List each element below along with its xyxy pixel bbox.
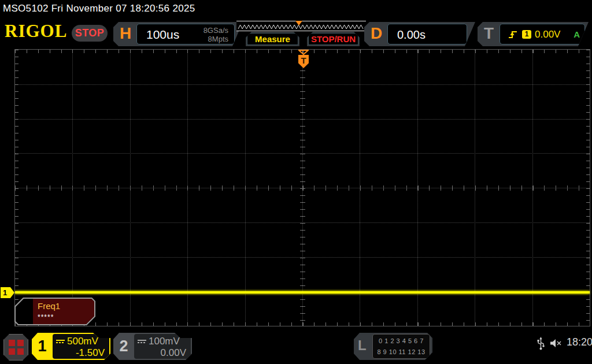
channel1-number: 1	[32, 333, 53, 360]
channel1-data: 500mV -1.50V	[53, 334, 109, 359]
stop-run-button[interactable]: STOP/RUN	[307, 32, 360, 46]
channel1-scale: 500mV	[67, 336, 98, 347]
trigger-source-badge: 1	[522, 30, 531, 39]
measurement-freq1-inner: Freq1 *****	[16, 299, 94, 324]
measure-button-label: Measure	[247, 33, 298, 45]
delay-value: 0.00s	[397, 28, 426, 42]
digital-channels-box[interactable]: L 0 1 2 3 4 5 6 7 8 9 10 11 12 13 14 15	[354, 333, 432, 360]
channel1-position-marker[interactable]: 1	[1, 287, 14, 298]
delay-value-box: 0.00s	[387, 24, 467, 44]
digital-row2: 8 9 10 11 12 13 14 15	[373, 347, 430, 364]
measurement-value: *****	[38, 313, 54, 321]
trigger-control[interactable]: T 1 0.00V A	[478, 22, 589, 46]
digital-label: L	[358, 337, 367, 354]
channel2-box[interactable]: 2 100mV 0.00V	[113, 333, 192, 360]
channel2-scale: 100mV	[149, 336, 180, 347]
trigger-marker-triangle-icon	[298, 50, 309, 55]
channel2-number: 2	[113, 333, 134, 360]
timebase-value: 100us	[146, 28, 179, 42]
grid-center-axis-v-ticks	[300, 50, 305, 326]
channel1-offset: -1.50V	[56, 347, 105, 359]
menu-button[interactable]	[3, 334, 28, 361]
measurement-freq1-box[interactable]: Freq1 *****	[14, 298, 95, 325]
trigger-level-value: 0.00V	[535, 29, 560, 40]
sample-rate: 8GSa/s	[204, 26, 228, 35]
speaker-muted-icon	[549, 338, 563, 348]
acquisition-info: 8GSa/s 8Mpts	[204, 26, 228, 43]
channel2-offset: 0.00V	[138, 347, 186, 359]
delay-label: D	[371, 24, 382, 43]
memory-depth: 8Mpts	[204, 35, 228, 43]
usb-icon	[536, 337, 545, 351]
trigger-label: T	[484, 24, 494, 43]
horizontal-label: H	[120, 24, 131, 43]
preview-trigger-position-icon[interactable]	[295, 21, 302, 25]
horizontal-timebase-control[interactable]: H 100us 8GSa/s 8Mpts	[113, 22, 243, 46]
measure-button[interactable]: Measure	[246, 32, 299, 46]
channel2-data: 100mV 0.00V	[134, 334, 191, 359]
toolbar: RIGOL STOP H 100us 8GSa/s 8Mpts Measure …	[0, 17, 592, 49]
titlebar-text: MSO5102 Fri November 07 18:20:56 2025	[0, 0, 592, 17]
dc-coupling-icon	[56, 340, 65, 343]
clock: 18:20	[567, 336, 592, 348]
timebase-value-box: 100us 8GSa/s 8Mpts	[136, 24, 235, 44]
waveform-position-preview[interactable]	[236, 21, 366, 31]
stop-run-button-label: STOP/RUN	[308, 33, 358, 45]
trigger-position-marker[interactable]: T	[298, 50, 309, 68]
measurement-name: Freq1	[38, 301, 60, 311]
horizontal-delay-control[interactable]: D 0.00s	[364, 22, 475, 46]
rigol-logo: RIGOL	[5, 21, 67, 42]
digital-channel-list: 0 1 2 3 4 5 6 7 8 9 10 11 12 13 14 15	[372, 334, 430, 359]
trigger-marker-badge: T	[298, 55, 309, 68]
bottom-bar: 1 500mV -1.50V 2 100mV 0.00V L 0 1 2 3 4…	[0, 326, 592, 364]
channel1-trace	[15, 291, 590, 294]
trigger-sweep-mode: A	[574, 29, 580, 39]
digital-row1: 0 1 2 3 4 5 6 7	[373, 336, 430, 347]
dc-coupling-icon	[138, 340, 146, 343]
graticule: T	[14, 49, 590, 326]
rising-edge-icon	[507, 29, 519, 40]
trigger-value-box: 1 0.00V A	[500, 24, 585, 44]
run-state-badge: STOP	[72, 25, 108, 42]
channel1-box[interactable]: 1 500mV -1.50V	[32, 333, 110, 360]
